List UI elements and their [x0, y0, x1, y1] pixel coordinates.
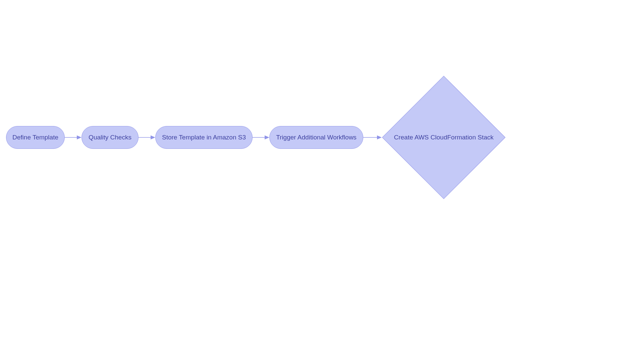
arrow-icon — [363, 134, 382, 141]
node-quality-checks: Quality Checks — [82, 126, 139, 149]
node-define-template: Define Template — [6, 126, 65, 149]
arrow-icon — [253, 134, 269, 141]
svg-marker-3 — [151, 135, 155, 139]
node-label: Quality Checks — [89, 134, 131, 141]
node-store-template: Store Template in Amazon S3 — [155, 126, 253, 149]
node-label: Create AWS CloudFormation Stack — [394, 134, 493, 141]
arrow-icon — [65, 134, 82, 141]
svg-marker-7 — [377, 135, 382, 139]
node-create-stack: Create AWS CloudFormation Stack — [382, 75, 506, 199]
node-trigger-workflows: Trigger Additional Workflows — [269, 126, 363, 149]
node-label: Store Template in Amazon S3 — [162, 134, 246, 141]
arrow-icon — [139, 134, 155, 141]
node-label: Define Template — [12, 134, 58, 141]
svg-marker-5 — [265, 135, 269, 139]
flowchart-canvas: Define Template Quality Checks Store Tem… — [0, 0, 644, 362]
node-label: Trigger Additional Workflows — [276, 134, 357, 141]
svg-marker-1 — [77, 135, 82, 139]
